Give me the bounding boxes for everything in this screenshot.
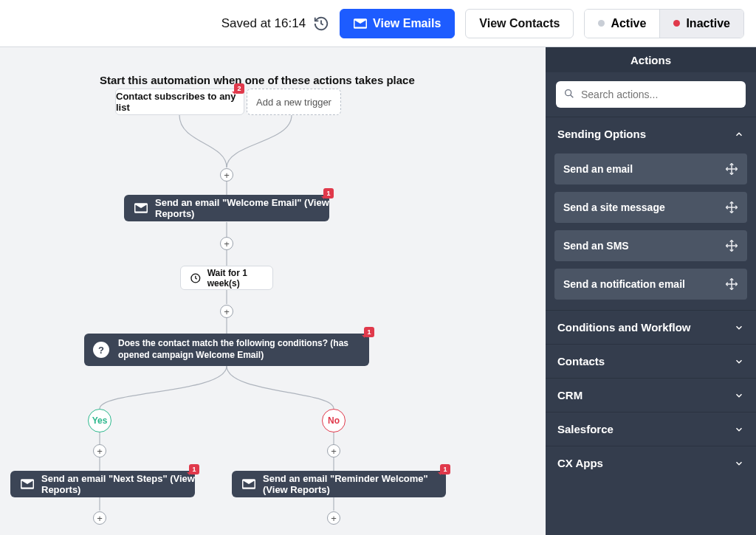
wait-node[interactable]: Wait for 1 week(s) xyxy=(180,266,273,290)
plus-button[interactable] xyxy=(220,305,233,318)
canvas-heading: Start this automation when one of these … xyxy=(100,74,415,86)
condition-badge: 1 xyxy=(364,327,374,337)
topbar: Saved at 16:14 View Emails View Contacts… xyxy=(0,0,756,47)
status-inactive[interactable]: Inactive xyxy=(659,10,743,38)
section-crm-label: CRM xyxy=(557,389,583,401)
email-node-welcome[interactable]: Send an email "Welcome Email" (View Repo… xyxy=(124,195,329,221)
email-node-next-steps[interactable]: Send an email "Next Steps" (View Reports… xyxy=(10,471,195,497)
view-contacts-button[interactable]: View Contacts xyxy=(465,9,574,38)
plus-button[interactable] xyxy=(93,511,106,525)
action-send-email[interactable]: Send an email xyxy=(554,153,747,184)
mail-icon xyxy=(21,479,34,489)
condition-node[interactable]: ? Does the contact match the following c… xyxy=(84,334,369,366)
section-salesforce-label: Salesforce xyxy=(557,423,614,435)
section-salesforce: Salesforce xyxy=(546,412,756,446)
section-sending-body: Send an email Send a site message Send a… xyxy=(546,151,756,310)
section-cxapps: CX Apps xyxy=(546,446,756,480)
plus-button[interactable] xyxy=(327,444,340,458)
section-conditions-head[interactable]: Conditions and Workflow xyxy=(546,311,756,344)
saved-text: Saved at 16:14 xyxy=(221,16,306,31)
chevron-down-icon xyxy=(734,424,744,435)
chevron-down-icon xyxy=(734,458,744,469)
section-cxapps-head[interactable]: CX Apps xyxy=(546,446,756,480)
status-active-label: Active xyxy=(611,17,646,30)
trigger-label: Contact subscribes to any list xyxy=(116,91,244,113)
status-active[interactable]: Active xyxy=(585,10,659,38)
section-sending: Sending Options Send an email Send a sit… xyxy=(546,117,756,310)
section-sending-head[interactable]: Sending Options xyxy=(546,117,756,151)
automation-canvas[interactable]: Start this automation when one of these … xyxy=(0,47,546,535)
section-contacts-head[interactable]: Contacts xyxy=(546,345,756,378)
email-next-badge: 1 xyxy=(189,464,199,474)
dot-red-icon xyxy=(673,20,680,27)
actions-panel: Actions Sending Options Send an email Se… xyxy=(546,47,756,535)
plus-button[interactable] xyxy=(327,511,340,525)
mail-icon xyxy=(134,203,148,213)
no-node[interactable]: No xyxy=(322,409,346,432)
move-icon xyxy=(725,277,738,291)
svg-line-13 xyxy=(571,95,574,98)
email-welcome-label: Send an email "Welcome Email" (View Repo… xyxy=(155,197,329,219)
wait-label: Wait for 1 week(s) xyxy=(207,268,272,289)
email-node-reminder[interactable]: Send an email "Reminder Welcome" (View R… xyxy=(232,471,446,497)
view-emails-label: View Emails xyxy=(373,17,441,30)
mail-icon xyxy=(354,18,367,29)
move-icon xyxy=(725,239,738,252)
chevron-down-icon xyxy=(734,390,744,401)
section-conditions-label: Conditions and Workflow xyxy=(557,321,691,334)
add-trigger-label: Add a new trigger xyxy=(256,97,331,108)
chevron-down-icon xyxy=(734,356,744,367)
condition-label: Does the contact match the following con… xyxy=(118,338,360,361)
question-icon: ? xyxy=(93,342,109,358)
dot-icon xyxy=(598,20,605,27)
connectors xyxy=(0,47,546,535)
plus-button[interactable] xyxy=(220,168,233,182)
main: Start this automation when one of these … xyxy=(0,47,756,535)
add-trigger-node[interactable]: Add a new trigger xyxy=(247,89,341,115)
plus-button[interactable] xyxy=(93,444,106,458)
section-contacts: Contacts xyxy=(546,344,756,378)
mail-icon xyxy=(242,479,255,489)
section-contacts-label: Contacts xyxy=(557,355,605,367)
move-icon xyxy=(725,201,738,214)
chevron-up-icon xyxy=(734,129,744,139)
view-contacts-label: View Contacts xyxy=(479,17,560,30)
section-crm-head[interactable]: CRM xyxy=(546,379,756,412)
status-toggle: Active Inactive xyxy=(584,9,744,38)
status-inactive-label: Inactive xyxy=(686,17,730,30)
plus-button[interactable] xyxy=(220,237,233,250)
search-icon xyxy=(563,88,575,100)
section-salesforce-head[interactable]: Salesforce xyxy=(546,413,756,446)
clock-icon xyxy=(190,272,202,285)
chevron-down-icon xyxy=(734,322,744,333)
section-conditions: Conditions and Workflow xyxy=(546,310,756,344)
trigger-node[interactable]: Contact subscribes to any list xyxy=(115,89,244,115)
section-crm: CRM xyxy=(546,378,756,412)
search-input[interactable] xyxy=(556,81,746,108)
saved-status: Saved at 16:14 xyxy=(221,15,329,32)
section-sending-label: Sending Options xyxy=(557,128,646,140)
panel-title: Actions xyxy=(546,47,756,72)
section-cxapps-label: CX Apps xyxy=(557,457,603,469)
trigger-badge: 2 xyxy=(234,83,244,94)
email-next-label: Send an email "Next Steps" (View Reports… xyxy=(41,473,195,495)
yes-node[interactable]: Yes xyxy=(88,409,111,432)
email-welcome-badge: 1 xyxy=(323,188,334,199)
action-send-sms[interactable]: Send an SMS xyxy=(554,230,747,261)
email-reminder-label: Send an email "Reminder Welcome" (View R… xyxy=(263,473,446,495)
svg-point-12 xyxy=(566,90,571,96)
search-wrap xyxy=(546,72,756,117)
view-emails-button[interactable]: View Emails xyxy=(340,9,455,38)
move-icon xyxy=(725,162,738,176)
history-icon[interactable] xyxy=(313,15,329,32)
action-send-notification-email[interactable]: Send a notification email xyxy=(554,269,747,300)
action-send-site-message[interactable]: Send a site message xyxy=(554,192,747,223)
email-reminder-badge: 1 xyxy=(440,464,450,474)
